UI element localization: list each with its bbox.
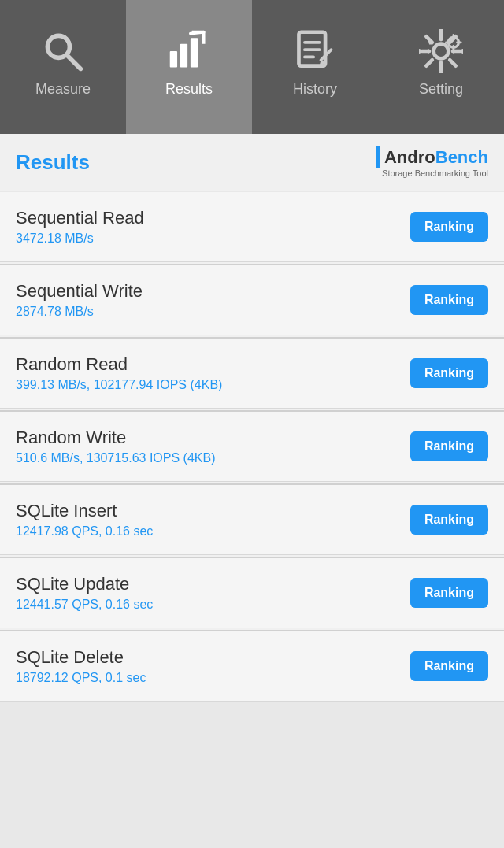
- result-item: SQLite Update 12441.57 QPS, 0.16 sec Ran…: [0, 557, 504, 628]
- page-header: Results AndroBench Storage Benchmarking …: [0, 134, 504, 191]
- svg-line-22: [450, 60, 455, 65]
- nav-item-measure[interactable]: Measure: [0, 0, 126, 134]
- result-info: SQLite Delete 18792.12 QPS, 0.1 sec: [16, 647, 146, 685]
- nav-item-history[interactable]: History: [252, 0, 378, 134]
- result-value: 18792.12 QPS, 0.1 sec: [16, 671, 146, 685]
- result-name: Random Read: [16, 354, 222, 375]
- ranking-button[interactable]: Ranking: [410, 505, 488, 535]
- ranking-button[interactable]: Ranking: [410, 578, 488, 608]
- ranking-button[interactable]: Ranking: [410, 212, 488, 242]
- result-info: Random Read 399.13 MB/s, 102177.94 IOPS …: [16, 354, 222, 392]
- nav-item-setting[interactable]: Setting: [378, 0, 504, 134]
- ranking-button[interactable]: Ranking: [410, 651, 488, 681]
- result-value: 399.13 MB/s, 102177.94 IOPS (4KB): [16, 378, 222, 392]
- measure-icon: [39, 28, 87, 75]
- svg-line-1: [67, 54, 81, 69]
- result-info: Sequential Write 2874.78 MB/s: [16, 281, 143, 319]
- setting-icon: [417, 28, 465, 75]
- result-name: Sequential Read: [16, 208, 144, 228]
- result-item: Sequential Write 2874.78 MB/s Ranking: [0, 264, 504, 335]
- result-info: Sequential Read 3472.18 MB/s: [16, 208, 144, 246]
- page-title: Results: [16, 150, 90, 175]
- result-value: 2874.78 MB/s: [16, 305, 143, 319]
- result-item: Random Write 510.6 MB/s, 130715.63 IOPS …: [0, 410, 504, 482]
- svg-rect-4: [191, 38, 198, 67]
- result-name: SQLite Update: [16, 574, 153, 594]
- brand-name: AndroBench: [376, 146, 488, 168]
- result-value: 12417.98 QPS, 0.16 sec: [16, 524, 153, 539]
- history-icon: [291, 28, 339, 75]
- ranking-button[interactable]: Ranking: [410, 358, 488, 388]
- svg-rect-2: [170, 51, 177, 68]
- svg-line-21: [426, 36, 432, 42]
- result-value: 510.6 MB/s, 130715.63 IOPS (4KB): [16, 451, 215, 465]
- brand-logo: AndroBench Storage Benchmarking Tool: [376, 146, 488, 178]
- result-info: SQLite Update 12441.57 QPS, 0.16 sec: [16, 574, 153, 612]
- results-icon: [165, 28, 213, 75]
- measure-label: Measure: [35, 81, 91, 98]
- result-info: Random Write 510.6 MB/s, 130715.63 IOPS …: [16, 428, 215, 465]
- brand-bar: [376, 146, 380, 168]
- result-item: SQLite Insert 12417.98 QPS, 0.16 sec Ran…: [0, 483, 504, 555]
- result-item: SQLite Delete 18792.12 QPS, 0.1 sec Rank…: [0, 630, 504, 702]
- result-item: Random Read 399.13 MB/s, 102177.94 IOPS …: [0, 337, 504, 409]
- result-item: Sequential Read 3472.18 MB/s Ranking: [0, 191, 504, 262]
- svg-line-24: [426, 60, 432, 65]
- brand-andro: Andro: [384, 147, 435, 168]
- results-label: Results: [165, 81, 213, 98]
- nav-item-results[interactable]: Results: [126, 0, 252, 134]
- nav-bar: Measure Results: [0, 0, 504, 134]
- brand-subtitle: Storage Benchmarking Tool: [382, 168, 488, 178]
- ranking-button[interactable]: Ranking: [410, 285, 488, 315]
- svg-point-12: [434, 43, 449, 58]
- svg-rect-3: [180, 43, 187, 67]
- result-name: Random Write: [16, 428, 215, 448]
- brand-bench: Bench: [435, 147, 488, 168]
- result-value: 3472.18 MB/s: [16, 231, 144, 246]
- results-list: Sequential Read 3472.18 MB/s Ranking Seq…: [0, 191, 504, 702]
- history-label: History: [293, 81, 337, 98]
- setting-label: Setting: [419, 81, 463, 98]
- result-name: SQLite Insert: [16, 501, 153, 521]
- result-value: 12441.57 QPS, 0.16 sec: [16, 598, 153, 612]
- result-name: Sequential Write: [16, 281, 143, 302]
- ranking-button[interactable]: Ranking: [410, 431, 488, 461]
- result-info: SQLite Insert 12417.98 QPS, 0.16 sec: [16, 501, 153, 539]
- result-name: SQLite Delete: [16, 647, 146, 668]
- svg-line-5: [191, 31, 204, 33]
